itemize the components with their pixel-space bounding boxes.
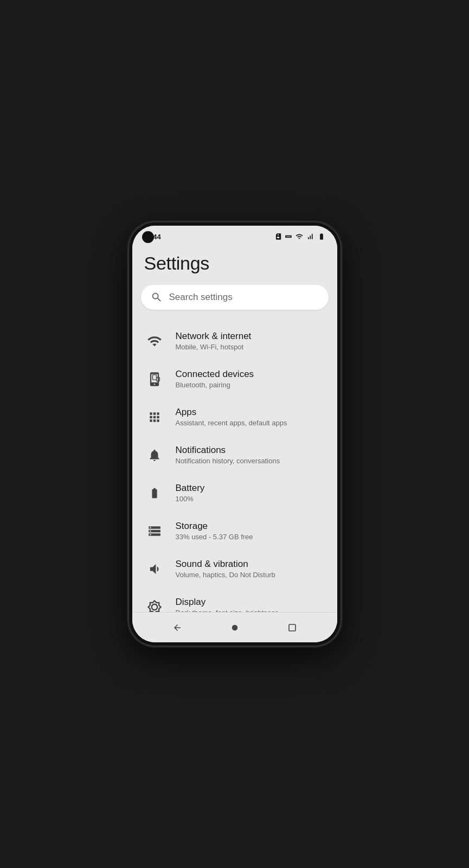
storage-status-icon: [285, 233, 292, 240]
apps-text: Apps Assistant, recent apps, default app…: [176, 406, 325, 428]
back-button[interactable]: [168, 618, 187, 637]
apps-icon: [144, 407, 165, 427]
recents-button[interactable]: [282, 618, 302, 637]
sound-text: Sound & vibration Volume, haptics, Do No…: [176, 558, 325, 580]
sound-title: Sound & vibration: [176, 558, 325, 570]
settings-item-connected-devices[interactable]: Connected devices Bluetooth, pairing: [137, 361, 333, 398]
notifications-subtitle: Notification history, conversations: [176, 457, 325, 466]
storage-text: Storage 33% used - 5.37 GB free: [176, 520, 325, 542]
network-title: Network & internet: [176, 330, 325, 342]
wifi-icon: [144, 331, 165, 352]
connected-devices-title: Connected devices: [176, 368, 325, 380]
search-icon: [151, 291, 163, 303]
camera-notch: [142, 231, 154, 243]
storage-icon: [144, 521, 165, 541]
status-icons: [274, 233, 326, 240]
scroll-content[interactable]: Settings Search settings: [132, 244, 337, 642]
sim-icon: [274, 233, 282, 240]
battery-status-icon: [317, 233, 326, 240]
settings-item-network[interactable]: Network & internet Mobile, Wi-Fi, hotspo…: [137, 323, 333, 360]
phone-screen: 12:44 Settings: [132, 226, 337, 642]
settings-item-battery[interactable]: Battery 100%: [137, 475, 333, 512]
connected-devices-subtitle: Bluetooth, pairing: [176, 381, 325, 390]
battery-text: Battery 100%: [176, 482, 325, 504]
battery-subtitle: 100%: [176, 495, 325, 504]
wifi-status-icon: [295, 233, 304, 240]
svg-rect-0: [152, 375, 156, 380]
home-button[interactable]: [225, 618, 245, 637]
storage-title: Storage: [176, 520, 325, 532]
notifications-text: Notifications Notification history, conv…: [176, 444, 325, 466]
sound-subtitle: Volume, haptics, Do Not Disturb: [176, 571, 325, 580]
settings-item-notifications[interactable]: Notifications Notification history, conv…: [137, 437, 333, 474]
devices-icon: [144, 369, 165, 390]
sound-icon: [144, 559, 165, 579]
network-text: Network & internet Mobile, Wi-Fi, hotspo…: [176, 330, 325, 352]
notifications-icon: [144, 445, 165, 465]
page-title: Settings: [132, 244, 337, 285]
settings-item-apps[interactable]: Apps Assistant, recent apps, default app…: [137, 399, 333, 436]
search-placeholder: Search settings: [169, 292, 233, 303]
display-title: Display: [176, 596, 325, 608]
apps-title: Apps: [176, 406, 325, 418]
signal-icon: [306, 233, 314, 240]
phone-frame: 12:44 Settings: [129, 222, 340, 646]
search-bar[interactable]: Search settings: [141, 285, 329, 310]
battery-title: Battery: [176, 482, 325, 494]
status-bar: 12:44: [132, 226, 337, 244]
svg-rect-3: [289, 624, 295, 631]
nav-bar: [132, 612, 337, 642]
apps-subtitle: Assistant, recent apps, default apps: [176, 419, 325, 428]
storage-subtitle: 33% used - 5.37 GB free: [176, 533, 325, 542]
battery-icon: [144, 483, 165, 503]
network-subtitle: Mobile, Wi-Fi, hotspot: [176, 343, 325, 352]
notifications-title: Notifications: [176, 444, 325, 456]
settings-list: Network & internet Mobile, Wi-Fi, hotspo…: [132, 323, 337, 626]
settings-item-sound[interactable]: Sound & vibration Volume, haptics, Do No…: [137, 551, 333, 588]
connected-devices-text: Connected devices Bluetooth, pairing: [176, 368, 325, 390]
settings-item-storage[interactable]: Storage 33% used - 5.37 GB free: [137, 513, 333, 550]
svg-point-2: [232, 624, 237, 630]
